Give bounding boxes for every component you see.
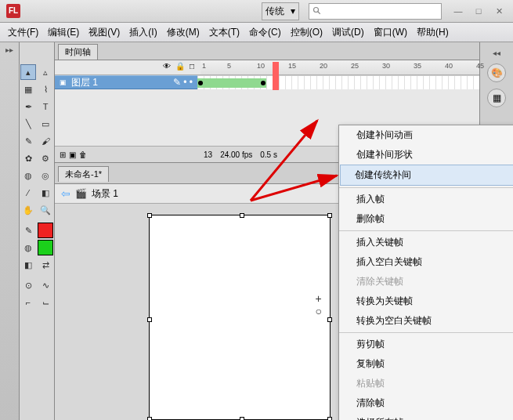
color-panel-icon[interactable]: 🎨 [487,63,506,82]
minimize-button[interactable]: — [450,6,466,16]
context-item[interactable]: 复制帧 [339,354,513,374]
scene-icon: 🎬 [75,188,87,199]
context-item[interactable]: 删除帧 [339,209,513,229]
registration-point: +○ [316,292,322,317]
frames-track[interactable] [197,75,479,89]
menu-insert[interactable]: 插入(I) [125,26,161,39]
menu-text[interactable]: 文本(T) [204,26,244,39]
dock-left-expand[interactable]: ▸▸ [5,45,13,54]
fill-color[interactable] [38,240,53,255]
document-tab[interactable]: 未命名-1* [58,166,109,182]
scene-back-button[interactable]: ⇦ [61,187,70,200]
maximize-button[interactable]: □ [471,6,486,16]
pen-tool[interactable]: ✒ [20,99,36,114]
scene-name[interactable]: 场景 1 [92,187,118,201]
sel-handle[interactable] [327,417,332,420]
close-button[interactable]: ✕ [491,6,507,16]
new-layer-button[interactable]: ⊞ [60,150,66,159]
rectangle-tool[interactable]: ▭ [38,116,53,132]
context-item[interactable]: 插入关键帧 [339,233,513,252]
frames-ruler[interactable]: 1 5 10 15 20 25 30 35 40 45 [201,60,479,74]
option-1[interactable]: ⌐ [20,295,36,310]
keyframe-1[interactable] [197,78,204,88]
context-menu: 创建补间动画创建补间形状创建传统补间插入帧删除帧插入关键帧插入空白关键帧清除关键… [338,125,513,420]
subselection-tool[interactable]: ▵ [38,64,53,80]
hand-tool[interactable]: ✋ [20,202,36,218]
outline-icon[interactable]: □ [190,62,194,73]
smooth-tool[interactable]: ∿ [38,277,53,293]
menu-help[interactable]: 帮助(H) [412,26,453,39]
paint-bucket-tool[interactable]: ◍ [20,168,36,183]
context-item[interactable]: 转换为空白关键帧 [339,311,513,331]
svg-line-2 [251,121,317,201]
brush-tool[interactable]: 🖌 [38,133,53,149]
toolbox: ▴▵ ▦⌇ ✒T ╲▭ ✎🖌 ✿⚙ ◍◎ ⁄◧ ✋🔍 ✎ ◍ ◧⇄ ⊙∿ ⌐⌙ [20,42,55,420]
context-item[interactable]: 插入空白关键帧 [339,252,513,272]
context-item[interactable]: 插入帧 [339,190,513,209]
sel-handle[interactable] [240,213,244,218]
svg-line-3 [251,176,337,201]
tween-span[interactable] [197,78,266,88]
context-item[interactable]: 创建补间形状 [339,145,513,165]
context-item: 清除关键帧 [339,272,513,291]
sel-handle[interactable] [327,317,332,322]
lasso-tool[interactable]: ⌇ [38,81,53,97]
layer-row[interactable]: ▣ 图层 1 ✎ • • [55,75,197,89]
sel-handle[interactable] [147,417,152,420]
default-colors[interactable]: ◧ [20,257,36,273]
ink-bottle-tool[interactable]: ◎ [38,168,53,183]
eyedropper-tool[interactable]: ⁄ [20,185,36,201]
annotation-arrow [243,114,345,208]
menu-control[interactable]: 控制(O) [286,26,327,39]
sel-handle[interactable] [147,317,152,322]
chevron-down-icon: ▾ [291,5,295,16]
swap-colors[interactable]: ⇄ [38,257,53,273]
workspace-dropdown[interactable]: 传统▾ [262,2,299,20]
menu-commands[interactable]: 命令(C) [244,26,286,39]
frame-indicator: 13 [204,150,212,159]
menu-file[interactable]: 文件(F) [3,26,43,39]
playhead[interactable] [273,62,279,90]
new-folder-button[interactable]: ▣ [69,150,76,159]
context-item[interactable]: 选择所有帧 [339,413,513,420]
sel-handle[interactable] [327,213,332,218]
layer-name: 图层 1 [71,76,98,89]
menu-window[interactable]: 窗口(W) [369,26,412,39]
option-2[interactable]: ⌙ [38,295,53,310]
workspace-label: 传统 [266,5,284,18]
menu-modify[interactable]: 修改(M) [162,26,204,39]
context-item[interactable]: 清除帧 [339,393,513,413]
dock-right-expand[interactable]: ◂◂ [493,49,500,57]
bone-tool[interactable]: ⚙ [38,150,53,166]
free-transform-tool[interactable]: ▦ [20,81,36,97]
zoom-tool[interactable]: 🔍 [38,202,53,218]
pencil-tool[interactable]: ✎ [20,133,36,149]
eraser-tool[interactable]: ◧ [38,185,53,201]
line-tool[interactable]: ╲ [20,116,36,132]
timeline-tab[interactable]: 时间轴 [58,44,98,60]
context-item[interactable]: 转换为关键帧 [339,291,513,311]
search-icon [312,6,322,16]
stroke-color[interactable] [38,223,53,238]
eye-icon[interactable]: 👁 [163,62,171,73]
snap-tool[interactable]: ⊙ [20,277,36,293]
menu-edit[interactable]: 编辑(E) [43,26,84,39]
keyframe-2[interactable] [260,78,266,88]
menu-view[interactable]: 视图(V) [84,26,125,39]
context-item[interactable]: 创建传统补间 [340,165,513,186]
delete-layer-button[interactable]: 🗑 [79,150,87,159]
swatches-panel-icon[interactable]: ▦ [487,89,506,107]
lock-icon[interactable]: 🔒 [175,62,185,73]
context-item[interactable]: 剪切帧 [339,335,513,354]
menu-debug[interactable]: 调试(D) [327,26,369,39]
fill-color-icon: ◍ [20,240,36,255]
text-tool[interactable]: T [38,99,53,114]
app-logo: FL [6,4,20,18]
selection-tool[interactable]: ▴ [20,64,36,80]
search-input[interactable] [309,3,442,20]
context-item[interactable]: 创建补间动画 [339,125,513,145]
deco-tool[interactable]: ✿ [20,150,36,166]
stage[interactable]: +○ [149,215,331,420]
sel-handle[interactable] [147,213,152,218]
sel-handle[interactable] [240,417,244,420]
